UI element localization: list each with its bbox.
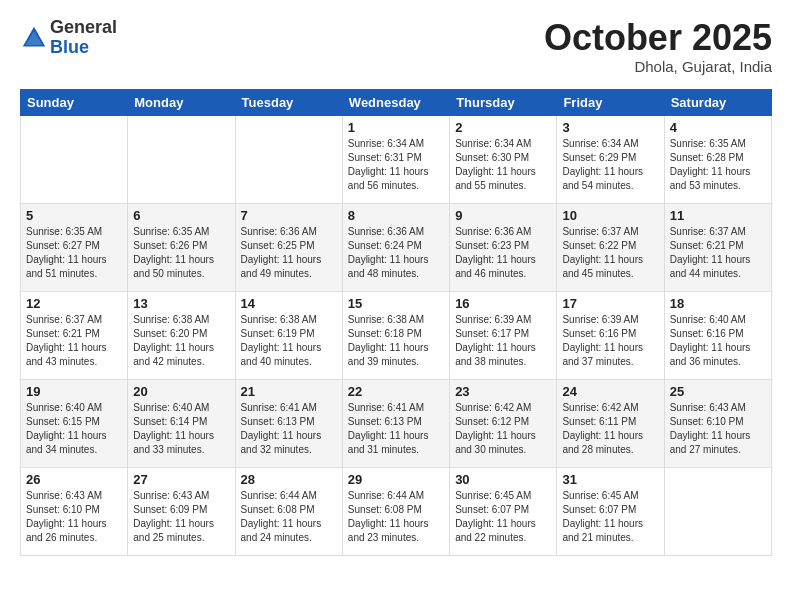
calendar-cell: 24Sunrise: 6:42 AM Sunset: 6:11 PM Dayli… [557,379,664,467]
cell-info: Sunrise: 6:38 AM Sunset: 6:20 PM Dayligh… [133,313,229,369]
calendar-day-header: Thursday [450,89,557,115]
calendar-cell: 1Sunrise: 6:34 AM Sunset: 6:31 PM Daylig… [342,115,449,203]
cell-date-number: 29 [348,472,444,487]
logo-text: General Blue [50,18,117,58]
cell-info: Sunrise: 6:34 AM Sunset: 6:30 PM Dayligh… [455,137,551,193]
cell-info: Sunrise: 6:36 AM Sunset: 6:24 PM Dayligh… [348,225,444,281]
calendar-day-header: Wednesday [342,89,449,115]
cell-date-number: 16 [455,296,551,311]
calendar-week-row: 26Sunrise: 6:43 AM Sunset: 6:10 PM Dayli… [21,467,772,555]
calendar-cell: 27Sunrise: 6:43 AM Sunset: 6:09 PM Dayli… [128,467,235,555]
cell-info: Sunrise: 6:40 AM Sunset: 6:14 PM Dayligh… [133,401,229,457]
calendar-week-row: 5Sunrise: 6:35 AM Sunset: 6:27 PM Daylig… [21,203,772,291]
cell-date-number: 19 [26,384,122,399]
month-title: October 2025 [544,18,772,58]
cell-date-number: 21 [241,384,337,399]
calendar-cell: 17Sunrise: 6:39 AM Sunset: 6:16 PM Dayli… [557,291,664,379]
calendar-cell: 31Sunrise: 6:45 AM Sunset: 6:07 PM Dayli… [557,467,664,555]
cell-info: Sunrise: 6:37 AM Sunset: 6:21 PM Dayligh… [26,313,122,369]
cell-info: Sunrise: 6:34 AM Sunset: 6:31 PM Dayligh… [348,137,444,193]
page: General Blue October 2025 Dhola, Gujarat… [0,0,792,612]
cell-info: Sunrise: 6:42 AM Sunset: 6:12 PM Dayligh… [455,401,551,457]
logo: General Blue [20,18,117,58]
cell-info: Sunrise: 6:38 AM Sunset: 6:18 PM Dayligh… [348,313,444,369]
cell-info: Sunrise: 6:39 AM Sunset: 6:16 PM Dayligh… [562,313,658,369]
cell-date-number: 20 [133,384,229,399]
cell-date-number: 13 [133,296,229,311]
calendar-day-header: Saturday [664,89,771,115]
cell-date-number: 25 [670,384,766,399]
calendar-cell: 26Sunrise: 6:43 AM Sunset: 6:10 PM Dayli… [21,467,128,555]
calendar-cell [128,115,235,203]
calendar-day-header: Monday [128,89,235,115]
cell-info: Sunrise: 6:35 AM Sunset: 6:28 PM Dayligh… [670,137,766,193]
cell-info: Sunrise: 6:43 AM Sunset: 6:10 PM Dayligh… [670,401,766,457]
calendar-cell: 2Sunrise: 6:34 AM Sunset: 6:30 PM Daylig… [450,115,557,203]
header: General Blue October 2025 Dhola, Gujarat… [20,18,772,75]
calendar-cell [235,115,342,203]
calendar-cell: 21Sunrise: 6:41 AM Sunset: 6:13 PM Dayli… [235,379,342,467]
calendar-cell [21,115,128,203]
cell-info: Sunrise: 6:37 AM Sunset: 6:21 PM Dayligh… [670,225,766,281]
cell-info: Sunrise: 6:35 AM Sunset: 6:26 PM Dayligh… [133,225,229,281]
cell-date-number: 27 [133,472,229,487]
calendar-cell: 25Sunrise: 6:43 AM Sunset: 6:10 PM Dayli… [664,379,771,467]
cell-date-number: 18 [670,296,766,311]
cell-info: Sunrise: 6:35 AM Sunset: 6:27 PM Dayligh… [26,225,122,281]
cell-date-number: 7 [241,208,337,223]
calendar-cell: 19Sunrise: 6:40 AM Sunset: 6:15 PM Dayli… [21,379,128,467]
cell-date-number: 22 [348,384,444,399]
cell-date-number: 4 [670,120,766,135]
cell-date-number: 9 [455,208,551,223]
calendar-cell: 22Sunrise: 6:41 AM Sunset: 6:13 PM Dayli… [342,379,449,467]
calendar-cell [664,467,771,555]
location-subtitle: Dhola, Gujarat, India [544,58,772,75]
calendar-cell: 5Sunrise: 6:35 AM Sunset: 6:27 PM Daylig… [21,203,128,291]
cell-date-number: 30 [455,472,551,487]
calendar-cell: 11Sunrise: 6:37 AM Sunset: 6:21 PM Dayli… [664,203,771,291]
calendar-cell: 3Sunrise: 6:34 AM Sunset: 6:29 PM Daylig… [557,115,664,203]
cell-info: Sunrise: 6:45 AM Sunset: 6:07 PM Dayligh… [455,489,551,545]
cell-date-number: 10 [562,208,658,223]
cell-info: Sunrise: 6:42 AM Sunset: 6:11 PM Dayligh… [562,401,658,457]
cell-info: Sunrise: 6:41 AM Sunset: 6:13 PM Dayligh… [241,401,337,457]
cell-info: Sunrise: 6:36 AM Sunset: 6:23 PM Dayligh… [455,225,551,281]
calendar-week-row: 1Sunrise: 6:34 AM Sunset: 6:31 PM Daylig… [21,115,772,203]
cell-info: Sunrise: 6:39 AM Sunset: 6:17 PM Dayligh… [455,313,551,369]
calendar-cell: 7Sunrise: 6:36 AM Sunset: 6:25 PM Daylig… [235,203,342,291]
cell-info: Sunrise: 6:44 AM Sunset: 6:08 PM Dayligh… [348,489,444,545]
calendar-cell: 15Sunrise: 6:38 AM Sunset: 6:18 PM Dayli… [342,291,449,379]
calendar-cell: 18Sunrise: 6:40 AM Sunset: 6:16 PM Dayli… [664,291,771,379]
calendar-week-row: 12Sunrise: 6:37 AM Sunset: 6:21 PM Dayli… [21,291,772,379]
calendar-cell: 10Sunrise: 6:37 AM Sunset: 6:22 PM Dayli… [557,203,664,291]
calendar-header-row: SundayMondayTuesdayWednesdayThursdayFrid… [21,89,772,115]
calendar-cell: 29Sunrise: 6:44 AM Sunset: 6:08 PM Dayli… [342,467,449,555]
logo-blue: Blue [50,38,117,58]
calendar-cell: 20Sunrise: 6:40 AM Sunset: 6:14 PM Dayli… [128,379,235,467]
calendar-cell: 6Sunrise: 6:35 AM Sunset: 6:26 PM Daylig… [128,203,235,291]
cell-date-number: 24 [562,384,658,399]
cell-date-number: 3 [562,120,658,135]
calendar-cell: 4Sunrise: 6:35 AM Sunset: 6:28 PM Daylig… [664,115,771,203]
logo-general: General [50,18,117,38]
cell-date-number: 17 [562,296,658,311]
cell-date-number: 8 [348,208,444,223]
cell-date-number: 5 [26,208,122,223]
cell-date-number: 12 [26,296,122,311]
cell-info: Sunrise: 6:40 AM Sunset: 6:15 PM Dayligh… [26,401,122,457]
cell-date-number: 15 [348,296,444,311]
cell-info: Sunrise: 6:41 AM Sunset: 6:13 PM Dayligh… [348,401,444,457]
calendar-cell: 12Sunrise: 6:37 AM Sunset: 6:21 PM Dayli… [21,291,128,379]
calendar-day-header: Friday [557,89,664,115]
cell-date-number: 23 [455,384,551,399]
cell-info: Sunrise: 6:43 AM Sunset: 6:10 PM Dayligh… [26,489,122,545]
cell-info: Sunrise: 6:34 AM Sunset: 6:29 PM Dayligh… [562,137,658,193]
cell-info: Sunrise: 6:40 AM Sunset: 6:16 PM Dayligh… [670,313,766,369]
cell-info: Sunrise: 6:37 AM Sunset: 6:22 PM Dayligh… [562,225,658,281]
cell-info: Sunrise: 6:44 AM Sunset: 6:08 PM Dayligh… [241,489,337,545]
cell-info: Sunrise: 6:45 AM Sunset: 6:07 PM Dayligh… [562,489,658,545]
cell-date-number: 1 [348,120,444,135]
cell-date-number: 11 [670,208,766,223]
calendar-cell: 28Sunrise: 6:44 AM Sunset: 6:08 PM Dayli… [235,467,342,555]
title-section: October 2025 Dhola, Gujarat, India [544,18,772,75]
